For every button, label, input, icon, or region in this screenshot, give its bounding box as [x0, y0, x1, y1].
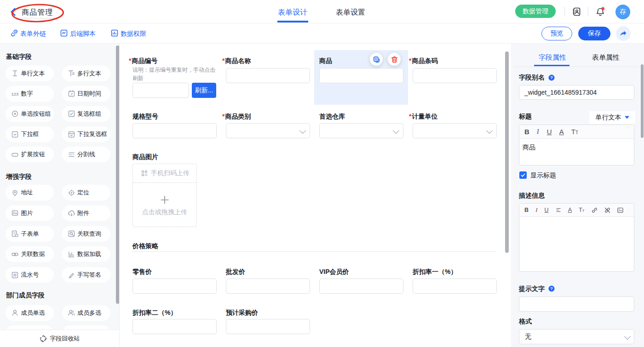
svg-text:?: ?: [550, 75, 553, 80]
svg-text:?: ?: [550, 286, 553, 291]
svg-text:123: 123: [12, 91, 18, 97]
